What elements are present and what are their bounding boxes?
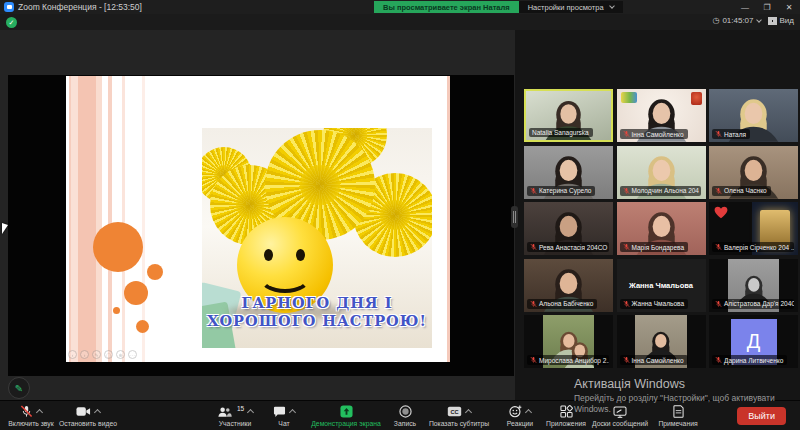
smiley-flower-photo: ГАРНОГО ДНЯ І ХОРОШОГО НАСТРОЮ! xyxy=(202,128,432,348)
muted-mic-icon xyxy=(530,300,537,308)
muted-mic-icon xyxy=(623,187,630,195)
video-tiles-grid: Natalia Sanagurska Інна Самойленко xyxy=(524,89,798,368)
chevron-up-icon[interactable] xyxy=(289,409,296,416)
participant-tile-avatar[interactable]: Д Дарина Литвиченко xyxy=(709,315,798,368)
participant-tile[interactable]: Мирослава Анцибор 2... xyxy=(524,315,613,368)
participant-nametag: Рева Анастасія 204СО xyxy=(527,242,609,252)
leave-meeting-button[interactable]: Выйти xyxy=(737,407,786,425)
next-slide-icon[interactable]: › xyxy=(80,350,89,359)
zoom-slide-icon[interactable]: ⊕ xyxy=(116,350,125,359)
participant-nametag: Дарина Литвиченко xyxy=(712,355,787,365)
smiley-eye xyxy=(264,249,273,261)
muted-mic-icon xyxy=(623,356,630,364)
whiteboards-button[interactable]: Доски сообщений xyxy=(588,401,652,430)
share-screen-icon xyxy=(340,405,353,418)
orange-circle-decoration xyxy=(124,281,148,305)
participant-tile[interactable]: Альона Бабіченко xyxy=(524,259,613,312)
captions-button[interactable]: CC Показать субтитры xyxy=(422,401,496,430)
participants-icon xyxy=(217,406,232,418)
record-button[interactable]: Запись xyxy=(388,401,422,430)
viewing-screen-banner: Вы просматриваете экран Наталя xyxy=(374,1,519,13)
minimize-button[interactable]: — xyxy=(734,0,756,14)
muted-mic-icon xyxy=(623,243,630,251)
chevron-up-icon[interactable] xyxy=(247,409,254,416)
smiley-eye xyxy=(296,249,305,261)
chat-button[interactable]: Чат xyxy=(264,401,304,430)
maximize-button[interactable]: ❐ xyxy=(756,0,778,14)
stop-video-button[interactable]: Остановить видео xyxy=(54,401,122,430)
chevron-up-icon[interactable] xyxy=(525,409,532,416)
zoom-window: Zoom Конференция - [12:53:50] Вы просмат… xyxy=(0,0,800,430)
clock-icon: ◷ xyxy=(712,16,719,25)
participant-nametag: Валерія Сірченко 204 ... xyxy=(712,242,794,252)
chat-icon xyxy=(273,406,286,418)
participants-count-badge: 15 xyxy=(237,405,244,412)
chevron-up-icon[interactable] xyxy=(36,409,43,416)
presentation-slide: ГАРНОГО ДНЯ І ХОРОШОГО НАСТРОЮ! ‹ › ✎ ▢ … xyxy=(66,76,450,362)
muted-mic-icon xyxy=(623,130,630,138)
participant-tile[interactable]: Катерина Сурело xyxy=(524,146,613,199)
slide-caption-line1: ГАРНОГО ДНЯ І xyxy=(202,294,432,311)
participant-tile-camera-off[interactable]: Жанна Чмальова Жанна Чмальова xyxy=(617,259,706,312)
participant-tile[interactable]: Марія Бондарева xyxy=(617,202,706,255)
chevron-up-icon[interactable] xyxy=(94,409,101,416)
participant-tile[interactable]: Інна Самойленко xyxy=(617,315,706,368)
participant-gallery: Natalia Sanagurska Інна Самойленко xyxy=(515,30,800,400)
view-button[interactable]: Вид xyxy=(768,16,794,25)
close-button[interactable]: ✕ xyxy=(778,0,800,14)
participants-button[interactable]: 15 Участники xyxy=(206,401,264,430)
view-settings-label: Настройки просмотра xyxy=(528,3,604,12)
muted-mic-icon xyxy=(715,300,722,308)
meeting-timer: ◷ 01:45:07 xyxy=(712,16,760,25)
more-options-icon[interactable]: ⋯ xyxy=(128,350,137,359)
participant-tile[interactable]: Молодчин Альона 204 xyxy=(617,146,706,199)
pen-tool-icon[interactable]: ✎ xyxy=(92,350,101,359)
participant-tile[interactable]: Олена Часнко xyxy=(709,146,798,199)
encryption-shield-icon[interactable]: ✓ xyxy=(6,17,17,28)
notes-button[interactable]: Примечания xyxy=(652,401,704,430)
bottom-toolbar: Включить звук Остановить видео xyxy=(0,400,800,430)
reactions-button[interactable]: Реакции xyxy=(496,401,544,430)
chevron-up-icon[interactable] xyxy=(465,409,472,416)
panel-resize-handle[interactable] xyxy=(511,206,518,228)
share-screen-button[interactable]: Демонстрация экрана xyxy=(304,401,388,430)
participant-tile[interactable]: Наталя xyxy=(709,89,798,142)
muted-mic-icon xyxy=(715,187,722,195)
smiley-mouth xyxy=(258,259,312,293)
unmute-button[interactable]: Включить звук xyxy=(8,401,54,430)
participant-nametag: Олена Часнко xyxy=(712,186,771,196)
orange-circle-decoration xyxy=(93,222,143,272)
view-settings-button[interactable]: Настройки просмотра xyxy=(519,1,623,13)
participant-nametag: Алістратова Дар'я 204С... xyxy=(712,299,794,309)
participant-nametag: Катерина Сурело xyxy=(527,186,595,196)
participant-tile[interactable]: Natalia Sanagurska xyxy=(524,89,613,142)
record-icon xyxy=(399,405,412,418)
chevron-down-icon xyxy=(756,17,762,23)
window-controls: — ❐ ✕ xyxy=(734,0,800,14)
orange-circle-decoration xyxy=(147,264,163,280)
show-all-slides-icon[interactable]: ▢ xyxy=(104,350,113,359)
prev-slide-icon[interactable]: ‹ xyxy=(68,350,77,359)
reactions-smiley-icon xyxy=(509,405,522,418)
apps-button[interactable]: Приложения xyxy=(544,401,588,430)
mouse-cursor xyxy=(2,223,8,234)
participant-tile[interactable]: Інна Самойленко xyxy=(617,89,706,142)
muted-mic-icon xyxy=(715,356,722,364)
cc-icon: CC xyxy=(447,406,462,417)
main-area: ГАРНОГО ДНЯ І ХОРОШОГО НАСТРОЮ! ‹ › ✎ ▢ … xyxy=(0,30,800,400)
slide-caption-line2: ХОРОШОГО НАСТРОЮ! xyxy=(202,312,432,329)
svg-text:CC: CC xyxy=(450,409,458,415)
slide-edge-decoration xyxy=(447,76,450,362)
notes-icon xyxy=(673,405,684,418)
participant-tile[interactable]: Рева Анастасія 204СО xyxy=(524,202,613,255)
participant-tile[interactable]: Алістратова Дар'я 204С... xyxy=(709,259,798,312)
muted-mic-icon xyxy=(623,300,630,308)
participant-nametag: Жанна Чмальова xyxy=(620,299,689,309)
annotate-pencil-button[interactable]: ✎ xyxy=(8,377,30,399)
slideshow-nav-controls: ‹ › ✎ ▢ ⊕ ⋯ xyxy=(68,350,137,359)
participant-nametag: Natalia Sanagurska xyxy=(529,128,593,137)
muted-mic-icon xyxy=(530,187,537,195)
participant-tile[interactable]: Валерія Сірченко 204 ... xyxy=(709,202,798,255)
meeting-info-bar: ✓ ◷ 01:45:07 Вид xyxy=(0,14,800,30)
orange-circle-decoration xyxy=(136,320,149,333)
